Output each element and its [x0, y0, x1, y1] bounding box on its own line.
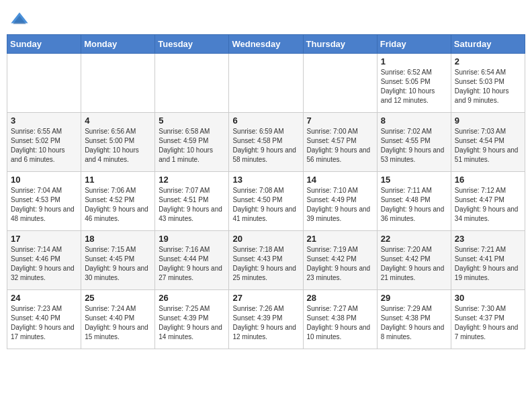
- day-number: 6: [232, 116, 299, 126]
- logo: [10, 10, 32, 29]
- week-row-5: 24Sunrise: 7:23 AM Sunset: 4:40 PM Dayli…: [7, 290, 525, 349]
- calendar-cell: 20Sunrise: 7:18 AM Sunset: 4:43 PM Dayli…: [229, 231, 303, 290]
- day-info: Sunrise: 6:56 AM Sunset: 5:00 PM Dayligh…: [85, 127, 151, 165]
- calendar-cell: [81, 54, 155, 113]
- calendar-cell: 24Sunrise: 7:23 AM Sunset: 4:40 PM Dayli…: [7, 290, 81, 349]
- day-info: Sunrise: 7:03 AM Sunset: 4:54 PM Dayligh…: [455, 127, 521, 165]
- day-header-friday: Friday: [377, 35, 451, 54]
- day-header-wednesday: Wednesday: [229, 35, 303, 54]
- day-number: 18: [85, 234, 151, 244]
- day-number: 14: [307, 175, 373, 185]
- day-number: 5: [159, 116, 225, 126]
- day-info: Sunrise: 7:20 AM Sunset: 4:42 PM Dayligh…: [381, 245, 447, 283]
- day-number: 1: [381, 56, 447, 66]
- calendar-cell: [7, 54, 81, 113]
- day-number: 25: [85, 293, 151, 303]
- calendar-cell: 30Sunrise: 7:30 AM Sunset: 4:37 PM Dayli…: [451, 290, 525, 349]
- day-info: Sunrise: 7:21 AM Sunset: 4:41 PM Dayligh…: [455, 245, 521, 283]
- day-number: 3: [11, 116, 77, 126]
- calendar-cell: 3Sunrise: 6:55 AM Sunset: 5:02 PM Daylig…: [7, 113, 81, 172]
- logo-icon: [10, 10, 29, 29]
- day-info: Sunrise: 7:18 AM Sunset: 4:43 PM Dayligh…: [232, 245, 299, 283]
- day-number: 16: [455, 175, 521, 185]
- day-info: Sunrise: 6:55 AM Sunset: 5:02 PM Dayligh…: [11, 127, 77, 165]
- day-info: Sunrise: 7:06 AM Sunset: 4:52 PM Dayligh…: [85, 186, 151, 224]
- calendar-cell: 8Sunrise: 7:02 AM Sunset: 4:55 PM Daylig…: [377, 113, 451, 172]
- day-info: Sunrise: 7:04 AM Sunset: 4:53 PM Dayligh…: [11, 186, 77, 224]
- day-number: 4: [85, 116, 151, 126]
- calendar-cell: 22Sunrise: 7:20 AM Sunset: 4:42 PM Dayli…: [377, 231, 451, 290]
- calendar-cell: 29Sunrise: 7:29 AM Sunset: 4:38 PM Dayli…: [377, 290, 451, 349]
- day-info: Sunrise: 7:00 AM Sunset: 4:57 PM Dayligh…: [307, 127, 373, 165]
- day-info: Sunrise: 7:12 AM Sunset: 4:47 PM Dayligh…: [455, 186, 521, 224]
- day-info: Sunrise: 7:29 AM Sunset: 4:38 PM Dayligh…: [381, 304, 447, 342]
- calendar-cell: [155, 54, 229, 113]
- day-number: 8: [381, 116, 447, 126]
- day-number: 28: [307, 293, 373, 303]
- day-number: 2: [455, 56, 521, 66]
- calendar-cell: [229, 54, 303, 113]
- calendar-cell: 9Sunrise: 7:03 AM Sunset: 4:54 PM Daylig…: [451, 113, 525, 172]
- week-row-3: 10Sunrise: 7:04 AM Sunset: 4:53 PM Dayli…: [7, 172, 525, 231]
- calendar-cell: [303, 54, 377, 113]
- calendar-cell: 14Sunrise: 7:10 AM Sunset: 4:49 PM Dayli…: [303, 172, 377, 231]
- day-number: 9: [455, 116, 521, 126]
- day-number: 13: [232, 175, 299, 185]
- day-info: Sunrise: 7:24 AM Sunset: 4:40 PM Dayligh…: [85, 304, 151, 342]
- week-row-2: 3Sunrise: 6:55 AM Sunset: 5:02 PM Daylig…: [7, 113, 525, 172]
- day-info: Sunrise: 7:11 AM Sunset: 4:48 PM Dayligh…: [381, 186, 447, 224]
- day-info: Sunrise: 7:16 AM Sunset: 4:44 PM Dayligh…: [159, 245, 225, 283]
- calendar-cell: 25Sunrise: 7:24 AM Sunset: 4:40 PM Dayli…: [81, 290, 155, 349]
- calendar-cell: 2Sunrise: 6:54 AM Sunset: 5:03 PM Daylig…: [451, 54, 525, 113]
- day-info: Sunrise: 7:26 AM Sunset: 4:39 PM Dayligh…: [232, 304, 299, 342]
- calendar-cell: 1Sunrise: 6:52 AM Sunset: 5:05 PM Daylig…: [377, 54, 451, 113]
- day-number: 11: [85, 175, 151, 185]
- calendar-cell: 4Sunrise: 6:56 AM Sunset: 5:00 PM Daylig…: [81, 113, 155, 172]
- calendar-cell: 6Sunrise: 6:59 AM Sunset: 4:58 PM Daylig…: [229, 113, 303, 172]
- calendar-header-row: SundayMondayTuesdayWednesdayThursdayFrid…: [7, 35, 525, 54]
- day-number: 7: [307, 116, 373, 126]
- day-info: Sunrise: 6:59 AM Sunset: 4:58 PM Dayligh…: [232, 127, 299, 165]
- day-info: Sunrise: 7:08 AM Sunset: 4:50 PM Dayligh…: [232, 186, 299, 224]
- day-info: Sunrise: 7:25 AM Sunset: 4:39 PM Dayligh…: [159, 304, 225, 342]
- calendar-cell: 21Sunrise: 7:19 AM Sunset: 4:42 PM Dayli…: [303, 231, 377, 290]
- day-info: Sunrise: 7:02 AM Sunset: 4:55 PM Dayligh…: [381, 127, 447, 165]
- day-number: 27: [232, 293, 299, 303]
- week-row-1: 1Sunrise: 6:52 AM Sunset: 5:05 PM Daylig…: [7, 54, 525, 113]
- calendar-cell: 16Sunrise: 7:12 AM Sunset: 4:47 PM Dayli…: [451, 172, 525, 231]
- calendar-cell: 17Sunrise: 7:14 AM Sunset: 4:46 PM Dayli…: [7, 231, 81, 290]
- day-info: Sunrise: 7:23 AM Sunset: 4:40 PM Dayligh…: [11, 304, 77, 342]
- day-number: 26: [159, 293, 225, 303]
- page-header: [7, 7, 525, 29]
- day-number: 12: [159, 175, 225, 185]
- calendar-cell: 5Sunrise: 6:58 AM Sunset: 4:59 PM Daylig…: [155, 113, 229, 172]
- day-number: 20: [232, 234, 299, 244]
- calendar-cell: 15Sunrise: 7:11 AM Sunset: 4:48 PM Dayli…: [377, 172, 451, 231]
- day-info: Sunrise: 7:14 AM Sunset: 4:46 PM Dayligh…: [11, 245, 77, 283]
- day-info: Sunrise: 7:27 AM Sunset: 4:38 PM Dayligh…: [307, 304, 373, 342]
- calendar-table: SundayMondayTuesdayWednesdayThursdayFrid…: [7, 34, 525, 349]
- day-info: Sunrise: 7:19 AM Sunset: 4:42 PM Dayligh…: [307, 245, 373, 283]
- calendar-cell: 7Sunrise: 7:00 AM Sunset: 4:57 PM Daylig…: [303, 113, 377, 172]
- day-number: 22: [381, 234, 447, 244]
- day-header-thursday: Thursday: [303, 35, 377, 54]
- day-number: 17: [11, 234, 77, 244]
- day-info: Sunrise: 6:52 AM Sunset: 5:05 PM Dayligh…: [381, 68, 447, 105]
- calendar-cell: 12Sunrise: 7:07 AM Sunset: 4:51 PM Dayli…: [155, 172, 229, 231]
- day-info: Sunrise: 6:54 AM Sunset: 5:03 PM Dayligh…: [455, 68, 521, 105]
- day-number: 19: [159, 234, 225, 244]
- calendar-cell: 28Sunrise: 7:27 AM Sunset: 4:38 PM Dayli…: [303, 290, 377, 349]
- calendar-cell: 26Sunrise: 7:25 AM Sunset: 4:39 PM Dayli…: [155, 290, 229, 349]
- day-number: 15: [381, 175, 447, 185]
- day-info: Sunrise: 7:15 AM Sunset: 4:45 PM Dayligh…: [85, 245, 151, 283]
- calendar-cell: 23Sunrise: 7:21 AM Sunset: 4:41 PM Dayli…: [451, 231, 525, 290]
- day-header-monday: Monday: [81, 35, 155, 54]
- day-header-saturday: Saturday: [451, 35, 525, 54]
- day-info: Sunrise: 7:10 AM Sunset: 4:49 PM Dayligh…: [307, 186, 373, 224]
- calendar-cell: 10Sunrise: 7:04 AM Sunset: 4:53 PM Dayli…: [7, 172, 81, 231]
- day-number: 23: [455, 234, 521, 244]
- day-number: 21: [307, 234, 373, 244]
- day-number: 30: [455, 293, 521, 303]
- calendar-cell: 27Sunrise: 7:26 AM Sunset: 4:39 PM Dayli…: [229, 290, 303, 349]
- calendar-cell: 11Sunrise: 7:06 AM Sunset: 4:52 PM Dayli…: [81, 172, 155, 231]
